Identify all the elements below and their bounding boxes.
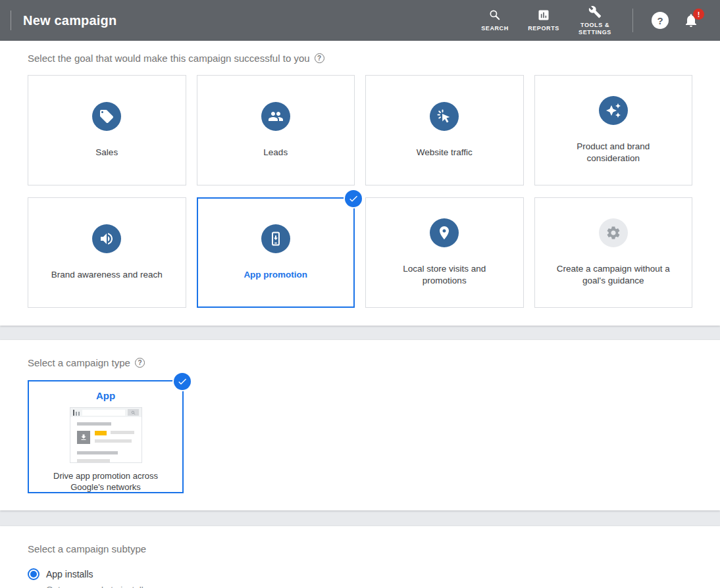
magnifier-icon [131, 410, 136, 415]
mock-search-input [82, 410, 125, 416]
ad-badge [95, 431, 107, 435]
type-card-app[interactable]: App [28, 380, 184, 493]
goal-card-label: Brand awareness and reach [37, 269, 177, 281]
gear-icon [599, 218, 628, 247]
radio-app-installs[interactable] [28, 568, 39, 580]
sparkles-icon [599, 96, 628, 125]
goal-card-label: Product and brand consideration [535, 141, 692, 164]
nav-reports-label: REPORTS [528, 25, 559, 32]
goal-card-website-traffic[interactable]: Website traffic [365, 75, 524, 185]
campaign-type-section: Select a campaign type ? App [0, 340, 720, 510]
people-icon [261, 102, 290, 131]
nav-tools-settings-button[interactable]: TOOLS & SETTINGS [577, 5, 613, 36]
goal-card-label: Website traffic [402, 147, 487, 159]
help-icon[interactable]: ? [135, 358, 145, 368]
selected-check-icon [174, 373, 191, 390]
type-card-label: App [96, 390, 115, 401]
goal-card-sales[interactable]: Sales [28, 75, 186, 185]
goal-section: Select the goal that would make this cam… [0, 41, 720, 326]
goal-card-leads[interactable]: Leads [197, 75, 355, 185]
campaign-subtype-section: Select a campaign subtype App installs G… [0, 526, 720, 588]
subtype-section-title: Select a campaign subtype [28, 543, 146, 554]
goal-grid: Sales Leads [28, 75, 692, 308]
speaker-icon [92, 224, 121, 253]
goal-card-local-store-visits[interactable]: Local store visits and promotions [365, 197, 524, 308]
wrench-icon [588, 5, 602, 18]
app-campaign-illustration [70, 407, 142, 463]
help-icon[interactable]: ? [315, 53, 324, 63]
goal-card-label: Create a campaign without a goal's guida… [535, 263, 692, 287]
nav-search-label: SEARCH [481, 25, 509, 32]
radio-selected-dot [30, 571, 37, 577]
goal-card-brand-awareness-reach[interactable]: Brand awareness and reach [28, 197, 186, 308]
nav-reports-button[interactable]: REPORTS [528, 9, 559, 32]
notifications-button[interactable]: ! [683, 12, 699, 28]
radio-app-installs-description: Get new people to install your app [46, 585, 692, 588]
logo-bars [73, 410, 80, 416]
goal-card-label: Leads [249, 147, 302, 159]
nav-search-button[interactable]: SEARCH [479, 9, 511, 32]
goal-card-product-brand-consideration[interactable]: Product and brand consideration [534, 75, 693, 185]
phone-download-icon [261, 224, 290, 253]
header-divider [632, 9, 633, 32]
radio-app-installs-label: App installs [46, 569, 93, 579]
goal-card-label: App promotion [229, 269, 322, 281]
goal-section-title: Select the goal that would make this cam… [28, 53, 310, 64]
notification-badge: ! [693, 9, 704, 20]
goal-card-label: Sales [81, 147, 132, 159]
mock-search-button [128, 409, 139, 416]
bar-chart-icon [537, 9, 550, 22]
page-title: New campaign [23, 13, 116, 28]
type-section-title: Select a campaign type [28, 357, 130, 368]
tag-icon [92, 102, 121, 131]
help-button[interactable]: ? [652, 12, 669, 29]
top-app-bar: New campaign SEARCH REPORTS TOOLS & SETT… [0, 0, 720, 41]
type-card-description: Drive app promotion across Google's netw… [37, 470, 175, 493]
question-mark-icon: ? [657, 15, 663, 26]
title-divider [11, 11, 11, 30]
location-pin-icon [430, 218, 459, 247]
download-icon [77, 431, 90, 444]
goal-card-label: Local store visits and promotions [366, 263, 523, 287]
goal-card-app-promotion[interactable]: App promotion [197, 197, 355, 308]
cursor-click-icon [430, 102, 459, 131]
search-icon [488, 9, 501, 22]
goal-card-no-goal-guidance[interactable]: Create a campaign without a goal's guida… [534, 197, 693, 308]
nav-tools-settings-label: TOOLS & SETTINGS [577, 22, 613, 36]
selected-check-icon [345, 190, 362, 207]
